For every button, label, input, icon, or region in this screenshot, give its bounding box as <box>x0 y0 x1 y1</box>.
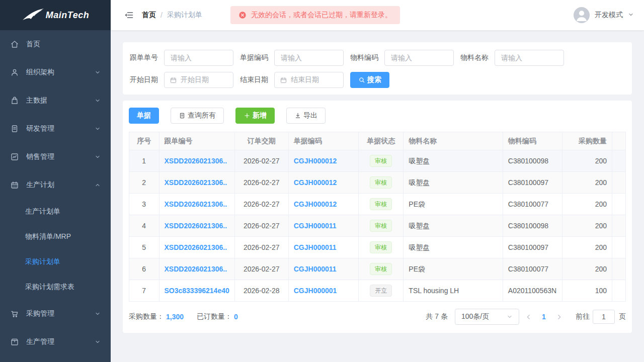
table-cell-order_no: SO3c833396214e40 <box>159 280 234 302</box>
order_no-link[interactable]: XSDD2026021306.. <box>165 220 229 232</box>
table-cell-doc_no: CGJH000012 <box>288 150 358 172</box>
table-row[interactable]: 6XSDD2026021306..2026-02-27CGJH000011审核P… <box>129 258 626 280</box>
toolbar-button-2[interactable]: 新增 <box>235 108 275 124</box>
date-placeholder: 结束日期 <box>291 75 319 84</box>
doc_no-link[interactable]: CGJH000012 <box>294 177 353 189</box>
order_no-link[interactable]: SO3c833396214e40 <box>165 285 229 297</box>
filter-field: 物料编码 <box>350 50 454 66</box>
table-cell-index: 7 <box>129 280 159 302</box>
sidebar-item-0[interactable]: 首页 <box>0 30 111 58</box>
next-page-button[interactable] <box>550 314 569 320</box>
toolbar: 单据查询所有新增导出 <box>129 108 626 124</box>
data-table: 序号跟单编号订单交期单据编码单据状态物料名称物料编码采购数量 1XSDD2026… <box>129 132 626 302</box>
chevron-down-icon <box>95 98 101 104</box>
toolbar-button-label: 新增 <box>253 111 267 120</box>
sidebar-submenu: 生产计划单物料清单/MRP采购计划单采购计划需求表 <box>0 199 111 300</box>
avatar-person-icon <box>574 7 590 23</box>
filter-row-2: 开始日期开始日期结束日期结束日期搜索 <box>130 72 626 88</box>
sidebar-subitem[interactable]: 生产计划单 <box>0 199 111 224</box>
doc_no-link[interactable]: CGJH000011 <box>294 263 353 275</box>
table-cell-qty: 200 <box>562 258 612 280</box>
filter-input[interactable] <box>164 50 233 66</box>
breadcrumb-current: 采购计划单 <box>167 11 202 20</box>
table-row[interactable]: 4XSDD2026021306..2026-02-27CGJH000011审核吸… <box>129 215 626 237</box>
table-cell-extra <box>612 258 626 280</box>
order_no-link[interactable]: XSDD2026021306.. <box>165 177 229 189</box>
page-number-1[interactable]: 1 <box>538 313 550 321</box>
sidebar-menu: 首页组织架构主数据研发管理销售管理生产计划生产计划单物料清单/MRP采购计划单采… <box>0 30 111 362</box>
box-icon <box>10 337 19 346</box>
field-label: 物料名称 <box>460 53 489 62</box>
toolbar-button-0[interactable]: 单据 <box>129 108 159 124</box>
goto-page-input[interactable] <box>593 310 615 324</box>
table-cell-qty: 200 <box>562 172 612 194</box>
sidebar-subitem[interactable]: 采购计划需求表 <box>0 275 111 300</box>
sidebar-subitem[interactable]: 物料清单/MRP <box>0 224 111 249</box>
table-body: 1XSDD2026021306..2026-02-27CGJH000012审核吸… <box>129 150 626 302</box>
table-row[interactable]: 7SO3c833396214e402026-02-28CGJH000001开立T… <box>129 280 626 302</box>
column-header: 采购数量 <box>562 132 612 150</box>
filter-input[interactable] <box>274 50 344 66</box>
date-placeholder: 开始日期 <box>181 75 209 84</box>
sidebar-item-5[interactable]: 生产计划 <box>0 171 111 199</box>
sidebar-subitem[interactable]: 采购计划单 <box>0 249 111 275</box>
table-row[interactable]: 1XSDD2026021306..2026-02-27CGJH000012审核吸… <box>129 150 626 172</box>
order_no-link[interactable]: XSDD2026021306.. <box>165 242 229 253</box>
filter-input[interactable] <box>495 50 564 66</box>
table-cell-material_name: 吸塑盘 <box>404 172 503 194</box>
sidebar-item-4[interactable]: 销售管理 <box>0 143 111 171</box>
doc_no-link[interactable]: CGJH000011 <box>294 242 353 253</box>
field-label: 物料编码 <box>350 53 378 62</box>
chevron-down-icon <box>95 311 101 317</box>
date-input[interactable]: 开始日期 <box>164 72 233 88</box>
table-cell-material_code: A0201100563N <box>503 280 562 302</box>
table-row[interactable]: 3XSDD2026021306..2026-02-27CGJH000012审核P… <box>129 194 626 215</box>
toolbar-button-1[interactable]: 查询所有 <box>171 108 224 124</box>
search-button[interactable]: 搜索 <box>350 72 389 88</box>
sidebar-item-3[interactable]: 研发管理 <box>0 115 111 143</box>
filter-input[interactable] <box>384 50 454 66</box>
column-header: 跟单编号 <box>159 132 234 150</box>
doc_no-link[interactable]: CGJH000012 <box>294 155 353 167</box>
table-row[interactable]: 5XSDD2026021306..2026-02-27CGJH000011审核吸… <box>129 237 626 258</box>
order_no-link[interactable]: XSDD2026021306.. <box>165 199 229 210</box>
sidebar-item-label: 生产计划 <box>26 180 95 190</box>
filter-field: 跟单单号 <box>130 50 233 66</box>
breadcrumb-home[interactable]: 首页 <box>142 11 156 20</box>
table-header-row: 序号跟单编号订单交期单据编码单据状态物料名称物料编码采购数量 <box>129 132 626 150</box>
session-error-alert: 无效的会话，或者会话已过期，请重新登录。 <box>230 6 400 24</box>
sidebar-item-2[interactable]: 主数据 <box>0 86 111 115</box>
doc_no-link[interactable]: CGJH000012 <box>294 199 353 210</box>
sidebar-item-6[interactable]: 采购管理 <box>0 300 111 328</box>
status-badge: 审核 <box>370 241 392 253</box>
table-cell-index: 1 <box>129 150 159 172</box>
doc_no-link[interactable]: CGJH000001 <box>294 285 353 297</box>
order_no-link[interactable]: XSDD2026021306.. <box>165 263 229 275</box>
user-menu[interactable]: 开发模式 <box>574 7 634 23</box>
prev-page-button[interactable] <box>519 314 538 320</box>
breadcrumb: 首页 / 采购计划单 <box>142 11 202 20</box>
order_no-link[interactable]: XSDD2026021306.. <box>165 155 229 167</box>
filter-field: 结束日期结束日期 <box>240 72 344 88</box>
table-cell-material_code: C380100077 <box>503 194 562 215</box>
download-icon <box>294 112 301 119</box>
filter-panel: 跟单单号单据编码物料编码物料名称 开始日期开始日期结束日期结束日期搜索 <box>123 42 632 95</box>
date-input[interactable]: 结束日期 <box>274 72 344 88</box>
document-icon <box>10 124 19 133</box>
table-cell-material_name: 吸塑盘 <box>404 215 503 237</box>
doc_no-link[interactable]: CGJH000011 <box>294 220 353 232</box>
sidebar-fold-icon[interactable] <box>124 10 134 20</box>
sidebar-item-1[interactable]: 组织架构 <box>0 58 111 86</box>
summary-value: 0 <box>234 313 238 321</box>
sidebar-item-7[interactable]: 生产管理 <box>0 328 111 356</box>
toolbar-button-3[interactable]: 导出 <box>286 108 326 124</box>
summary-value: 1,300 <box>166 313 184 321</box>
sidebar-item-label: 主数据 <box>26 96 95 105</box>
column-header: 单据编码 <box>288 132 358 150</box>
user-icon <box>10 68 19 77</box>
page-size-select[interactable]: 100条/页 <box>455 309 519 325</box>
table-row[interactable]: 2XSDD2026021306..2026-02-27CGJH000012审核吸… <box>129 172 626 194</box>
table-cell-material_name: TSL housing LH <box>404 280 503 302</box>
chevron-down-icon <box>507 314 513 320</box>
document-icon <box>179 112 186 119</box>
